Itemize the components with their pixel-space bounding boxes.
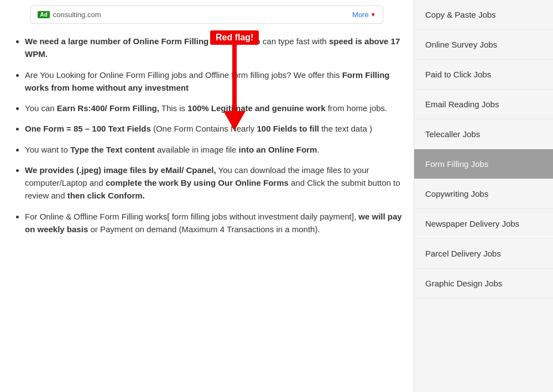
sidebar-item-7[interactable]: Newspaper Delivery Jobs [414, 209, 553, 239]
red-flag-label: Red flag! [210, 30, 259, 45]
sidebar: Copy & Paste JobsOnline Survey JobsPaid … [414, 0, 553, 392]
red-flag-annotation: Red flag! [210, 30, 259, 130]
red-arrow-shaft [232, 45, 237, 111]
main-content: Ad consulting.com More ▼ Red flag! We ne… [0, 0, 414, 392]
ad-bar: Ad consulting.com More ▼ [30, 6, 383, 24]
content-list-item-6: For Online & Offline Form Filling works[… [25, 210, 403, 236]
sidebar-item-6[interactable]: Copywriting Jobs [414, 179, 553, 209]
ad-more-arrow-icon: ▼ [371, 12, 376, 18]
sidebar-item-3[interactable]: Email Reading Jobs [414, 90, 553, 119]
content-list: We need a large number of Online Form Fi… [11, 35, 403, 236]
sidebar-item-2[interactable]: Paid to Click Jobs [414, 60, 553, 90]
sidebar-item-4[interactable]: Telecaller Jobs [414, 119, 553, 149]
sidebar-item-0[interactable]: Copy & Paste Jobs [414, 0, 553, 30]
content-list-item-4: You want to Type the Text content availa… [25, 143, 403, 156]
ad-more-button[interactable]: More ▼ [352, 11, 376, 19]
sidebar-item-9[interactable]: Graphic Design Jobs [414, 269, 553, 299]
sidebar-item-1[interactable]: Online Survey Jobs [414, 30, 553, 60]
ad-label: Ad consulting.com [38, 11, 101, 19]
sidebar-item-8[interactable]: Parcel Delivery Jobs [414, 239, 553, 269]
ad-domain: consulting.com [53, 11, 101, 19]
ad-more-label: More [352, 11, 369, 19]
red-arrow-head [223, 111, 246, 130]
content-list-item-5: We provides (.jpeg) image files by eMail… [25, 164, 403, 202]
sidebar-item-5[interactable]: Form Filling Jobs [414, 149, 553, 179]
ad-badge: Ad [38, 11, 49, 18]
